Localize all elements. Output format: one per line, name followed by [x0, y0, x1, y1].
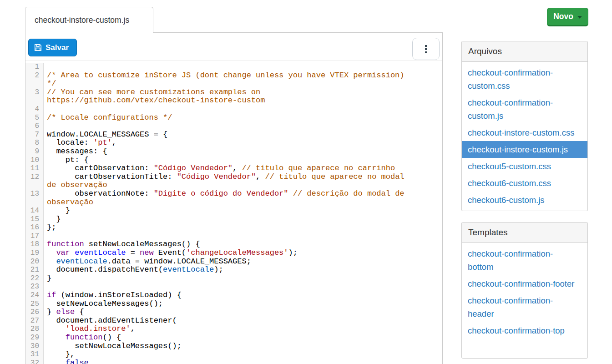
code-token-plain: ,	[233, 164, 242, 172]
code-token-plain: }	[47, 215, 61, 223]
code-token-plain: {	[75, 308, 84, 316]
code-line[interactable]	[44, 105, 442, 114]
code-line[interactable]: */	[44, 80, 442, 88]
line-number: 31	[25, 350, 44, 359]
editor-row: 10 pt: {	[25, 156, 442, 165]
code-line[interactable]: 'load.instore',	[44, 325, 442, 334]
editor-row: 5/* Locale configurations */	[25, 114, 442, 122]
code-line[interactable]: observationNote: "Digite o código do Ven…	[44, 190, 442, 198]
editor-row: 25 setNewLocaleMessages();	[25, 300, 442, 308]
editor-row: 11 cartObservation: "Código Vendedor", /…	[25, 164, 442, 173]
code-line[interactable]: locale: 'pt',	[44, 139, 442, 147]
code-token-comment: // título que aparece no modal	[265, 172, 405, 181]
code-line[interactable]	[44, 63, 442, 71]
code-token-plain: ,	[131, 324, 135, 333]
code-token-comment: de observação	[47, 181, 107, 189]
file-link[interactable]: checkout-instore-custom.js	[462, 141, 587, 158]
code-line[interactable]	[44, 283, 442, 291]
code-token-plain	[70, 248, 75, 257]
code-token-plain: setNewLocaleMessages();	[47, 342, 182, 350]
floppy-disk-icon	[34, 44, 42, 51]
code-line[interactable]: function setNewLocaleMessages() {	[44, 240, 442, 249]
line-number: 11	[25, 164, 44, 173]
code-token-plain	[47, 257, 56, 266]
code-line[interactable]: cartObservationTitle: "Código Vendedor",…	[44, 173, 442, 182]
code-line[interactable]: }	[44, 207, 442, 215]
line-number: 10	[25, 156, 44, 165]
code-line[interactable]: setNewLocaleMessages();	[44, 300, 442, 308]
editor-row: 12 cartObservationTitle: "Código Vendedo…	[25, 173, 442, 182]
code-line[interactable]: // You can see more customizations examp…	[44, 88, 442, 97]
code-token-comment: */	[47, 79, 56, 88]
code-line[interactable]: cartObservation: "Código Vendedor", // t…	[44, 164, 442, 173]
code-line[interactable]: };	[44, 223, 442, 232]
file-link[interactable]: checkout5-custom.css	[462, 158, 587, 175]
files-list: checkout-confirmation-custom.csscheckout…	[462, 62, 587, 211]
code-line[interactable]: observação	[44, 198, 442, 207]
code-line[interactable]: /* Locale configurations */	[44, 114, 442, 122]
editor-toolbar: Salvar	[25, 33, 442, 61]
file-link[interactable]: checkout6-custom.css	[462, 175, 587, 192]
template-link[interactable]: checkout-confirmation-footer	[462, 275, 587, 292]
line-number: 23	[25, 283, 44, 291]
code-token-variable: eventLocale	[163, 265, 214, 274]
code-token-plain: pt: {	[47, 156, 89, 164]
code-line[interactable]: if (window.inStoreIsLoaded) {	[44, 291, 442, 300]
code-line[interactable]: var eventLocale = new Event('changeLocal…	[44, 249, 442, 258]
code-line[interactable]: window.LOCALE_MESSAGES = {	[44, 131, 442, 139]
template-link[interactable]: checkout-confirmation-top	[462, 322, 587, 339]
templates-panel-title: Templates	[462, 222, 587, 243]
code-line[interactable]: function() {	[44, 334, 442, 342]
code-token-comment: // descrição do modal de	[293, 189, 405, 198]
templates-list: checkout-confirmation-bottomcheckout-con…	[462, 243, 587, 341]
new-file-button[interactable]: Novo	[547, 8, 588, 26]
code-line[interactable]: false	[44, 359, 442, 364]
code-token-plain	[47, 248, 56, 257]
code-token-keyword: function	[47, 240, 84, 248]
file-tab[interactable]: checkout-instore-custom.js	[25, 7, 153, 33]
kebab-menu-button[interactable]	[412, 38, 440, 60]
code-editor[interactable]: 12/* Area to customize inStore JS (dont …	[25, 61, 442, 364]
editor-row: 18function setNewLocaleMessages() {	[25, 240, 442, 249]
code-line[interactable]: } else {	[44, 308, 442, 317]
editor-row: 2/* Area to customize inStore JS (dont c…	[25, 71, 442, 80]
code-line[interactable]: /* Area to customize inStore JS (dont ch…	[44, 71, 442, 80]
code-line[interactable]: messages: {	[44, 147, 442, 156]
editor-row: 6	[25, 122, 442, 131]
file-link[interactable]: checkout-confirmation-custom.js	[462, 94, 587, 124]
code-line[interactable]: https://github.com/vtex/checkout-instore…	[44, 96, 442, 105]
file-link[interactable]: checkout-confirmation-custom.css	[462, 64, 587, 94]
editor-row: 21 document.dispatchEvent(eventLocale);	[25, 266, 442, 274]
save-button[interactable]: Salvar	[28, 39, 77, 56]
code-line[interactable]	[44, 232, 442, 241]
editor-row: de observação	[25, 181, 442, 190]
code-token-comment: https://github.com/vtex/checkout-instore…	[47, 96, 265, 105]
save-button-label: Salvar	[46, 43, 69, 52]
editor-row: 7window.LOCALE_MESSAGES = {	[25, 131, 442, 139]
code-line[interactable]: document.addEventListener(	[44, 317, 442, 325]
template-link[interactable]: checkout-confirmation-header	[462, 292, 587, 322]
code-token-keyword: if	[47, 291, 56, 299]
file-link[interactable]: checkout-instore-custom.css	[462, 124, 587, 141]
code-token-plain: (window.inStoreIsLoaded) {	[56, 291, 181, 299]
sidebar: Arquivos checkout-confirmation-custom.cs…	[461, 41, 588, 359]
code-token-plain: =	[126, 248, 140, 257]
code-line[interactable]: },	[44, 350, 442, 359]
code-line[interactable]: eventLocale.data = window.LOCALE_MESSAGE…	[44, 258, 442, 266]
code-line[interactable]: de observação	[44, 181, 442, 190]
file-link[interactable]: checkout6-custom.js	[462, 192, 587, 208]
code-line[interactable]: document.dispatchEvent(eventLocale);	[44, 266, 442, 274]
code-line[interactable]	[44, 122, 442, 131]
template-link[interactable]: checkout-confirmation-bottom	[462, 245, 587, 275]
code-line[interactable]: pt: {	[44, 156, 442, 165]
editor-row: observação	[25, 198, 442, 207]
code-token-string: "Código Vendedor"	[177, 172, 256, 181]
code-token-comment: /* Area to customize inStore JS (dont ch…	[47, 71, 405, 80]
code-line[interactable]: }	[44, 215, 442, 224]
editor-row: 30 setNewLocaleMessages();	[25, 342, 442, 351]
code-line[interactable]: }	[44, 274, 442, 283]
code-token-plain	[47, 359, 66, 364]
code-line[interactable]: setNewLocaleMessages();	[44, 342, 442, 351]
line-number: 28	[25, 325, 44, 334]
code-token-plain: setNewLocaleMessages() {	[84, 240, 200, 248]
